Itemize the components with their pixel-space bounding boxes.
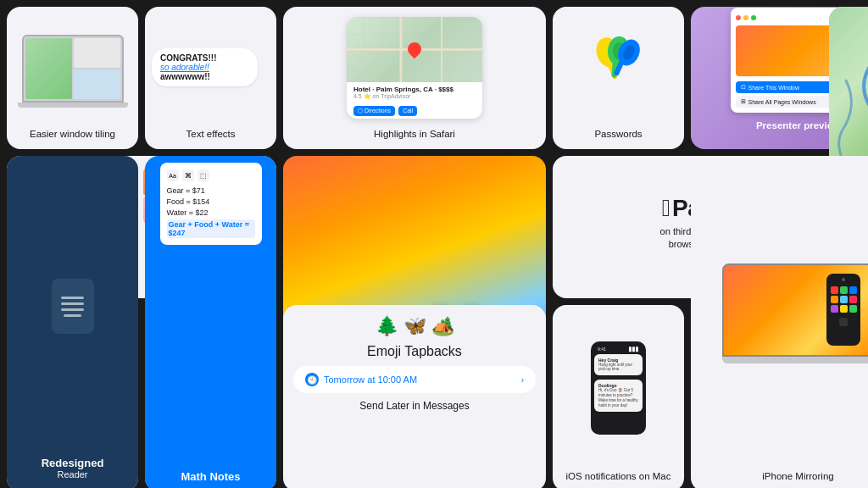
- call-button[interactable]: Call: [398, 106, 417, 116]
- directions-label: Directions: [364, 108, 391, 114]
- aww-text: awwwwww!!: [160, 72, 249, 81]
- notification-2: Duolingo Hi, it's Duo 🦉 Got 5 minutes to…: [594, 380, 643, 411]
- directions-icon: ⬡: [358, 108, 363, 114]
- reader-label: Redesigned: [42, 457, 104, 469]
- app-icon-7: [831, 305, 838, 313]
- mathnotes-label: Math Notes: [181, 470, 240, 483]
- phone-frame: 9:41 ▊▊▊ Hey Craig Hang tight until your…: [591, 341, 646, 435]
- math-paper: Aa ⌘ ⬚ Gear = $71 Food = $154 Water = $2…: [160, 163, 262, 245]
- notif2-body: Hi, it's Duo 🦉 Got 5 minutes to practice…: [598, 388, 638, 408]
- text-effects-preview: CONGRATS!!! so adorable!! awwwwww!!: [145, 7, 276, 128]
- window-top-right: [74, 38, 120, 68]
- lasso-icon: ⌘: [182, 169, 194, 181]
- card-safari: Hotel · Palm Springs, CA · $$$$ 4.5 ⭐ on…: [283, 7, 546, 149]
- gear-row: Gear = $71: [167, 186, 255, 195]
- mirroring-preview: [715, 156, 869, 470]
- card-emoji: 🌲 🦋 🏕️ Emoji Tapbacks 🕙 Tomorrow at 10:0…: [283, 305, 546, 488]
- reader-line-2: [61, 302, 84, 305]
- ios-notif-preview: 9:41 ▊▊▊ Hey Craig Hang tight until your…: [584, 305, 653, 470]
- notification-1: Hey Craig Hang tight until your pick-up …: [594, 354, 643, 376]
- laptop-with-phone: [722, 263, 869, 363]
- app-icon-9: [849, 305, 857, 313]
- pencil-icon: Aa: [167, 169, 179, 181]
- phone-signal-icon: ▊▊▊: [629, 347, 639, 352]
- passwords-label: Passwords: [589, 128, 647, 141]
- safari-card: Hotel · Palm Springs, CA · $$$$ 4.5 ⭐ on…: [347, 17, 482, 119]
- safari-hotel-info: Hotel · Palm Springs, CA · $$$$ 4.5 ⭐ on…: [347, 82, 482, 103]
- maximize-dot: [751, 15, 756, 20]
- window-tiling-preview: [7, 7, 138, 128]
- app-icon-5: [840, 296, 848, 303]
- water-row: Water = $22: [167, 208, 255, 217]
- keys-icon: [585, 34, 653, 102]
- tree-emoji: 🌲: [376, 315, 398, 337]
- card-passwords: Passwords: [553, 7, 684, 149]
- apple-symbol-icon: : [662, 197, 670, 220]
- minimize-dot: [743, 15, 748, 20]
- app-icon-6: [849, 296, 857, 303]
- card-mirroring: iPhone Mirroring: [691, 156, 868, 488]
- app-icon-2: [840, 286, 848, 294]
- emoji-tapbacks-area: 🌲 🦋 🏕️ Emoji Tapbacks 🕙 Tomorrow at 10:0…: [293, 315, 536, 412]
- share-icon: ⊡: [741, 84, 746, 91]
- send-later-time: Tomorrow at 10:00 AM: [324, 374, 417, 385]
- emoji-tapbacks-label: Emoji Tapbacks: [367, 344, 462, 359]
- app-icon-8: [840, 305, 848, 313]
- food-row: Food = $154: [167, 197, 255, 206]
- send-later-message: 🕙 Tomorrow at 10:00 AM ›: [293, 366, 536, 393]
- clock-icon: 🕙: [305, 373, 319, 386]
- phone-app-grid: [829, 285, 858, 314]
- phone-on-laptop: [826, 274, 860, 346]
- directions-button[interactable]: ⬡ Directions: [353, 106, 395, 116]
- window-bottom-right: [74, 69, 120, 99]
- share-window-label: Share This Window: [748, 85, 800, 91]
- app-icon-4: [831, 296, 838, 303]
- laptop-big-screen: [722, 263, 869, 357]
- card-reader: Redesigned Reader: [7, 156, 138, 488]
- math-toolbar: Aa ⌘ ⬚: [167, 169, 255, 181]
- chevron-right-icon: ›: [521, 375, 524, 385]
- adorable-text: so adorable!!: [160, 63, 249, 72]
- reader-line-4: [64, 314, 81, 317]
- app-icon-3: [849, 286, 857, 294]
- card-mathnotes: Aa ⌘ ⬚ Gear = $71 Food = $154 Water = $2…: [145, 156, 276, 488]
- safari-action-buttons: ⬡ Directions Call: [347, 103, 482, 119]
- total-row: Gear + Food + Water = $247: [167, 219, 255, 238]
- safari-preview: Hotel · Palm Springs, CA · $$$$ 4.5 ⭐ on…: [283, 7, 546, 128]
- safari-hotel-name: Hotel · Palm Springs, CA · $$$$: [353, 86, 476, 93]
- reader-line-3: [61, 308, 84, 311]
- laptop-base-big: [722, 357, 869, 363]
- reader-document-icon: [52, 279, 94, 334]
- ios-notif-label: iOS notifications on Mac: [560, 470, 676, 483]
- feature-grid: Easier window tiling CONGRATS!!! so ador…: [0, 0, 868, 488]
- card-ios-notif: 9:41 ▊▊▊ Hey Craig Hang tight until your…: [553, 305, 684, 488]
- safari-map: [347, 17, 482, 82]
- phone-status-bar: 9:41 ▊▊▊: [594, 347, 643, 352]
- window-tiling-label: Easier window tiling: [25, 128, 120, 141]
- reader-line-1: [61, 297, 84, 299]
- safari-address: 4.5 ⭐ on TripAdvisor: [353, 93, 476, 100]
- app-icon-1: [831, 286, 838, 294]
- share-pages-label: Share All Pages Windows: [748, 99, 816, 105]
- laptop-frame: [22, 35, 124, 103]
- reader-sublabel: Reader: [57, 469, 87, 480]
- call-label: Call: [403, 108, 413, 114]
- share-pages-icon: ⊞: [741, 98, 746, 105]
- passwords-preview: [553, 7, 684, 128]
- message-bubble-congrats: CONGRATS!!! so adorable!! awwwwww!!: [152, 48, 258, 86]
- mirroring-label: iPhone Mirroring: [757, 470, 838, 483]
- eraser-icon: ⬚: [198, 169, 209, 181]
- congrats-text: CONGRATS!!!: [160, 53, 249, 63]
- close-dot: [736, 15, 741, 20]
- card-text-effects: CONGRATS!!! so adorable!! awwwwww!! Text…: [145, 7, 276, 149]
- text-effects-label: Text effects: [181, 128, 241, 141]
- butterfly-emoji: 🦋: [403, 315, 426, 337]
- camping-emoji: 🏕️: [431, 315, 454, 337]
- reader-icon-wrap: [52, 156, 94, 457]
- math-notes-preview: Aa ⌘ ⬚ Gear = $71 Food = $154 Water = $2…: [153, 156, 269, 470]
- laptop-base: [18, 103, 128, 108]
- send-later-label: Send Later in Messages: [359, 400, 469, 412]
- phone-time: 9:41: [598, 347, 606, 352]
- laptop-screen-left: [25, 38, 72, 99]
- notif1-body: Hang tight until your pick-up time.: [598, 363, 638, 373]
